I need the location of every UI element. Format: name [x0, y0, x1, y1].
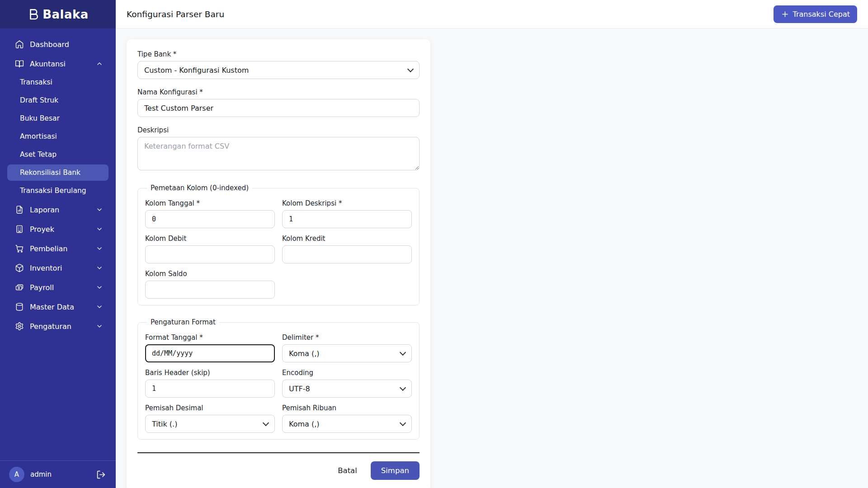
- logout-button[interactable]: [95, 469, 107, 480]
- field-kolom-kredit: Kolom Kredit: [282, 235, 412, 263]
- sidebar-item-transaksi-berulang[interactable]: Transaksi Berulang: [7, 183, 108, 199]
- delimiter-select-wrap: Koma (,): [282, 344, 412, 362]
- cancel-button[interactable]: Batal: [338, 466, 357, 475]
- app-logo: Balaka: [0, 0, 116, 28]
- quick-transaction-label: Transaksi Cepat: [793, 10, 850, 19]
- kolom-tanggal-label: Kolom Tanggal *: [145, 199, 275, 207]
- grid-spacer: [282, 270, 412, 299]
- pengaturan-format-grid: Format Tanggal * Delimiter * Koma (,) Ba…: [145, 329, 412, 433]
- kolom-kredit-input[interactable]: [282, 245, 412, 263]
- pemisah-ribuan-label: Pemisah Ribuan: [282, 404, 412, 412]
- sidebar-nav: Dashboard Akuntansi Transaksi Draft Stru…: [0, 28, 116, 460]
- sidebar-item-buku-besar[interactable]: Buku Besar: [7, 110, 108, 127]
- field-nama-konfigurasi: Nama Konfigurasi *: [137, 88, 420, 117]
- content: Tipe Bank * Custom - Konfigurasi Kustom …: [116, 28, 868, 488]
- sidebar-item-proyek[interactable]: Proyek: [7, 220, 108, 238]
- field-deskripsi: Deskripsi: [137, 126, 420, 172]
- pengaturan-format-legend: Pengaturan Format: [147, 318, 219, 326]
- submit-button[interactable]: Simpan: [371, 461, 420, 480]
- pemisah-desimal-select-wrap: Titik (.): [145, 415, 275, 433]
- nama-konfigurasi-label: Nama Konfigurasi *: [137, 88, 420, 96]
- sidebar-item-transaksi[interactable]: Transaksi: [7, 74, 108, 90]
- field-kolom-tanggal: Kolom Tanggal *: [145, 199, 275, 228]
- book-open-icon: [15, 59, 24, 68]
- field-encoding: Encoding UTF-8: [282, 369, 412, 398]
- kolom-deskripsi-input[interactable]: [282, 210, 412, 228]
- field-pemisah-desimal: Pemisah Desimal Titik (.): [145, 404, 275, 433]
- database-icon: [15, 302, 24, 311]
- akuntansi-submenu: Transaksi Draft Struk Buku Besar Amortis…: [7, 74, 108, 199]
- chevron-down-icon: [96, 303, 103, 310]
- field-baris-header: Baris Header (skip): [145, 369, 275, 398]
- pemetaan-kolom-fieldset: Pemetaan Kolom (0-indexed) Kolom Tanggal…: [137, 184, 420, 305]
- sidebar-item-aset-tetap[interactable]: Aset Tetap: [7, 146, 108, 163]
- delimiter-label: Delimiter *: [282, 333, 412, 342]
- sidebar-item-laporan[interactable]: Laporan: [7, 201, 108, 219]
- sidebar-item-akuntansi[interactable]: Akuntansi: [7, 55, 108, 73]
- kolom-deskripsi-label: Kolom Deskripsi *: [282, 199, 412, 207]
- chevron-down-icon: [96, 284, 103, 291]
- page-title: Konfigurasi Parser Baru: [127, 9, 224, 19]
- baris-header-input[interactable]: [145, 380, 275, 398]
- package-icon: [15, 263, 24, 272]
- kolom-saldo-input[interactable]: [145, 281, 275, 299]
- field-kolom-saldo: Kolom Saldo: [145, 270, 275, 299]
- report-icon: [15, 205, 24, 214]
- sidebar-item-rekonsiliasi-bank[interactable]: Rekonsiliasi Bank: [7, 164, 108, 181]
- plus-icon: [781, 10, 789, 19]
- sidebar-item-label: Pengaturan: [30, 322, 71, 331]
- sidebar-item-master-data[interactable]: Master Data: [7, 298, 108, 316]
- pemisah-desimal-label: Pemisah Desimal: [145, 404, 275, 412]
- baris-header-label: Baris Header (skip): [145, 369, 275, 377]
- format-tanggal-label: Format Tanggal *: [145, 333, 275, 342]
- sidebar: Balaka Dashboard Akuntansi Transaksi Dra…: [0, 0, 116, 488]
- nama-konfigurasi-input[interactable]: [137, 99, 420, 117]
- sidebar-item-inventori[interactable]: Inventori: [7, 259, 108, 277]
- encoding-label: Encoding: [282, 369, 412, 377]
- field-pemisah-ribuan: Pemisah Ribuan Koma (,): [282, 404, 412, 433]
- form-footer: Batal Simpan: [137, 461, 420, 480]
- kolom-debit-label: Kolom Debit: [145, 235, 275, 243]
- sidebar-item-payroll[interactable]: Payroll: [7, 278, 108, 296]
- kolom-kredit-label: Kolom Kredit: [282, 235, 412, 243]
- parser-config-card: Tipe Bank * Custom - Konfigurasi Kustom …: [127, 39, 430, 488]
- kolom-debit-input[interactable]: [145, 245, 275, 263]
- form-divider: [137, 452, 420, 453]
- tipe-bank-select[interactable]: Custom - Konfigurasi Kustom: [137, 61, 420, 79]
- sidebar-item-dashboard[interactable]: Dashboard: [7, 35, 108, 53]
- encoding-select[interactable]: UTF-8: [282, 380, 412, 398]
- format-tanggal-input[interactable]: [145, 344, 275, 362]
- tipe-bank-label: Tipe Bank *: [137, 50, 420, 58]
- pemisah-ribuan-select-wrap: Koma (,): [282, 415, 412, 433]
- avatar: A: [9, 467, 24, 482]
- sidebar-item-label: Inventori: [30, 264, 62, 272]
- user-bar: A admin: [0, 460, 116, 488]
- chevron-down-icon: [96, 225, 103, 233]
- chevron-up-icon: [96, 60, 103, 67]
- app-name: Balaka: [42, 8, 89, 21]
- kolom-tanggal-input[interactable]: [145, 210, 275, 228]
- pengaturan-format-fieldset: Pengaturan Format Format Tanggal * Delim…: [137, 318, 420, 440]
- chevron-down-icon: [96, 245, 103, 252]
- sidebar-item-pengaturan[interactable]: Pengaturan: [7, 317, 108, 335]
- pemetaan-kolom-grid: Kolom Tanggal * Kolom Deskripsi * Kolom …: [145, 195, 412, 299]
- field-format-tanggal: Format Tanggal *: [145, 333, 275, 362]
- encoding-select-wrap: UTF-8: [282, 380, 412, 398]
- banknote-icon: [15, 283, 24, 292]
- pemisah-ribuan-select[interactable]: Koma (,): [282, 415, 412, 433]
- field-tipe-bank: Tipe Bank * Custom - Konfigurasi Kustom: [137, 50, 420, 79]
- deskripsi-textarea[interactable]: [137, 137, 420, 170]
- brand-b-icon: [27, 8, 41, 21]
- quick-transaction-button[interactable]: Transaksi Cepat: [774, 5, 857, 23]
- chevron-down-icon: [96, 264, 103, 272]
- sidebar-item-amortisasi[interactable]: Amortisasi: [7, 128, 108, 145]
- pemisah-desimal-select[interactable]: Titik (.): [145, 415, 275, 433]
- delimiter-select[interactable]: Koma (,): [282, 344, 412, 362]
- cart-icon: [15, 244, 24, 253]
- sidebar-item-pembelian[interactable]: Pembelian: [7, 239, 108, 258]
- gear-icon: [15, 322, 24, 331]
- sidebar-item-draft-struk[interactable]: Draft Struk: [7, 92, 108, 108]
- sidebar-item-label: Laporan: [30, 206, 59, 214]
- field-kolom-debit: Kolom Debit: [145, 235, 275, 263]
- sidebar-item-label: Payroll: [30, 283, 54, 292]
